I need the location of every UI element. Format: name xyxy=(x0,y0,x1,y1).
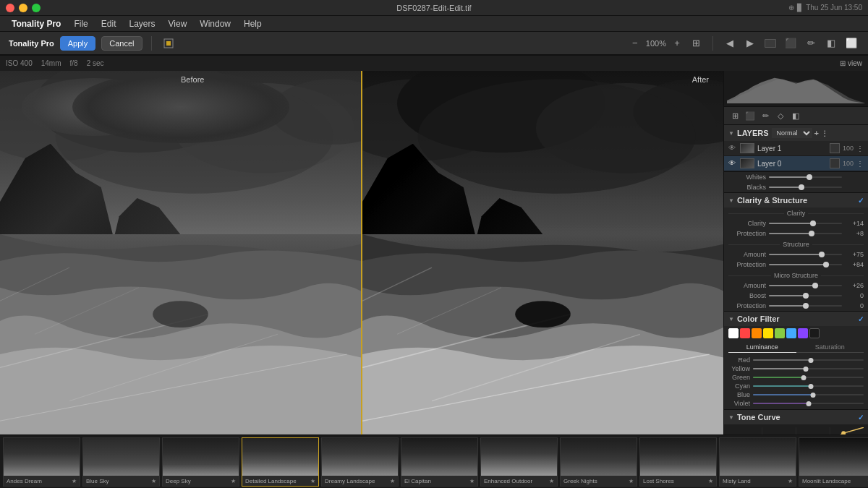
menu-edit[interactable]: Edit xyxy=(95,17,122,30)
green-thumb[interactable] xyxy=(801,375,807,380)
layer-1-row[interactable]: 👁 Layer 1 100 ⋮ xyxy=(724,141,868,156)
menu-window[interactable]: Window xyxy=(194,17,237,30)
micro-boost-slider[interactable] xyxy=(769,295,842,296)
color-tool[interactable]: ⬛ xyxy=(744,109,757,122)
blend-mode-select[interactable]: Normal xyxy=(772,128,812,138)
zoom-out-button[interactable]: − xyxy=(627,35,643,51)
clarity-check[interactable]: ✓ xyxy=(858,197,864,205)
green-slider[interactable] xyxy=(753,377,864,378)
fit-button[interactable]: ⊞ xyxy=(688,35,704,51)
structure-amount-slider[interactable] xyxy=(769,254,842,255)
tone-curve-canvas[interactable] xyxy=(724,424,868,435)
filmstrip-item-10[interactable]: Moonlit Landscape ★ xyxy=(799,437,868,487)
color-filter-header[interactable]: ▼ Color Filter ✓ xyxy=(724,312,868,326)
brush-tool[interactable]: ✏ xyxy=(759,109,772,122)
nav-forward-button[interactable]: ▶ xyxy=(742,35,758,51)
filmstrip-item-5[interactable]: El Capitan ★ xyxy=(401,437,478,487)
clarity-slider[interactable] xyxy=(769,223,842,224)
minimize-button[interactable] xyxy=(19,4,27,12)
swatch-white[interactable] xyxy=(728,328,739,338)
swatch-red[interactable] xyxy=(740,328,750,338)
structure-protection-slider[interactable] xyxy=(769,264,842,265)
red-slider[interactable] xyxy=(753,359,864,361)
clarity-thumb[interactable] xyxy=(810,221,816,226)
filmstrip-item-9[interactable]: Misty Land ★ xyxy=(719,437,796,487)
layer-1-more[interactable]: ⋮ xyxy=(856,145,864,153)
menu-layers[interactable]: Layers xyxy=(123,17,161,30)
cyan-slider[interactable] xyxy=(753,385,864,387)
filmstrip-item-0[interactable]: Andes Dream ★ xyxy=(3,437,80,487)
close-button[interactable] xyxy=(6,4,14,12)
swatch-yellow[interactable] xyxy=(763,328,773,338)
saturation-tab[interactable]: Saturation xyxy=(796,342,864,353)
tone-curve-check[interactable]: ✓ xyxy=(858,414,864,421)
apply-button[interactable]: Apply xyxy=(60,36,96,51)
layers-add-icon[interactable]: + xyxy=(814,129,819,137)
micro-amount-slider[interactable] xyxy=(769,285,842,286)
blacks-slider[interactable] xyxy=(769,187,842,188)
structure-protection-thumb[interactable] xyxy=(823,262,829,267)
whites-slider[interactable] xyxy=(769,176,842,178)
structure-amount-thumb[interactable] xyxy=(819,252,825,257)
layers-more-icon[interactable]: ⋮ xyxy=(821,129,828,137)
filmstrip-item-8[interactable]: Lost Shores ★ xyxy=(639,437,717,487)
swatch-blue[interactable] xyxy=(786,328,796,338)
nav-back-button[interactable]: ◀ xyxy=(722,35,738,51)
violet-slider[interactable] xyxy=(753,403,864,404)
clarity-protection-slider[interactable] xyxy=(769,233,842,234)
layer-0-visibility[interactable]: 👁 xyxy=(728,159,737,168)
violet-thumb[interactable] xyxy=(806,401,811,406)
menu-view[interactable]: View xyxy=(163,17,193,30)
layer-0-mask[interactable] xyxy=(830,158,840,168)
view-toggle[interactable]: ⊞ view xyxy=(840,59,862,67)
filmstrip-item-7[interactable]: Greek Nights ★ xyxy=(560,437,637,487)
color-picker-button[interactable]: ⬛ xyxy=(783,35,799,51)
filmstrip-item-4[interactable]: Dreamy Landscape ★ xyxy=(321,437,399,487)
panels-scroll-area[interactable]: ▼ LAYERS Normal + ⋮ 👁 Layer 1 xyxy=(724,125,868,435)
layers-header[interactable]: ▼ LAYERS Normal + ⋮ xyxy=(724,125,868,141)
luminance-tab[interactable]: Luminance xyxy=(728,342,796,353)
whites-thumb[interactable] xyxy=(807,174,812,180)
blue-thumb[interactable] xyxy=(810,393,815,398)
original-view-button[interactable] xyxy=(762,35,778,51)
maximize-button[interactable] xyxy=(32,4,41,12)
split-divider[interactable] xyxy=(361,71,362,435)
menu-app[interactable]: Tonality Pro xyxy=(6,17,67,30)
blue-slider[interactable] xyxy=(753,394,864,395)
micro-boost-thumb[interactable] xyxy=(803,293,809,299)
cyan-thumb[interactable] xyxy=(808,384,813,389)
yellow-slider[interactable] xyxy=(753,368,864,369)
red-thumb[interactable] xyxy=(808,358,813,363)
edit-mode-button[interactable] xyxy=(161,35,176,51)
swatch-orange[interactable] xyxy=(752,328,762,338)
swatch-black[interactable] xyxy=(809,328,820,338)
filmstrip-item-3[interactable]: Detailed Landscape ★ xyxy=(242,437,319,487)
swatch-green[interactable] xyxy=(775,328,785,338)
swatch-violet[interactable] xyxy=(798,328,808,338)
micro-protection-slider[interactable] xyxy=(769,305,842,307)
layer-0-row[interactable]: 👁 Layer 0 100 ⋮ xyxy=(724,156,868,171)
gradient-tool[interactable]: ◧ xyxy=(789,109,802,122)
filmstrip-item-1[interactable]: Blue Sky ★ xyxy=(82,437,160,487)
layer-1-mask[interactable] xyxy=(830,143,840,153)
layer-1-visibility[interactable]: 👁 xyxy=(728,144,737,153)
ellipse-button[interactable]: ⬜ xyxy=(843,35,859,51)
micro-protection-thumb[interactable] xyxy=(803,303,809,309)
filmstrip-item-2[interactable]: Deep Sky ★ xyxy=(162,437,239,487)
brush-button[interactable]: ✏ xyxy=(803,35,819,51)
gradient-button[interactable]: ◧ xyxy=(823,35,839,51)
menu-file[interactable]: File xyxy=(68,17,93,30)
menu-help[interactable]: Help xyxy=(238,17,268,30)
layers-tool[interactable]: ⊞ xyxy=(728,109,741,122)
effects-tool[interactable]: ◇ xyxy=(774,109,787,122)
clarity-header[interactable]: ▼ Clarity & Structure ✓ xyxy=(724,193,868,207)
tone-curve-header[interactable]: ▼ Tone Curve ✓ xyxy=(724,410,868,424)
cancel-button[interactable]: Cancel xyxy=(101,36,142,51)
micro-amount-thumb[interactable] xyxy=(812,283,818,288)
yellow-thumb[interactable] xyxy=(804,367,809,372)
clarity-protection-thumb[interactable] xyxy=(809,231,814,236)
color-filter-check[interactable]: ✓ xyxy=(858,315,864,323)
filmstrip-item-6[interactable]: Enhanced Outdoor ★ xyxy=(480,437,558,487)
layer-0-more[interactable]: ⋮ xyxy=(856,160,864,168)
blacks-thumb[interactable] xyxy=(799,184,804,190)
